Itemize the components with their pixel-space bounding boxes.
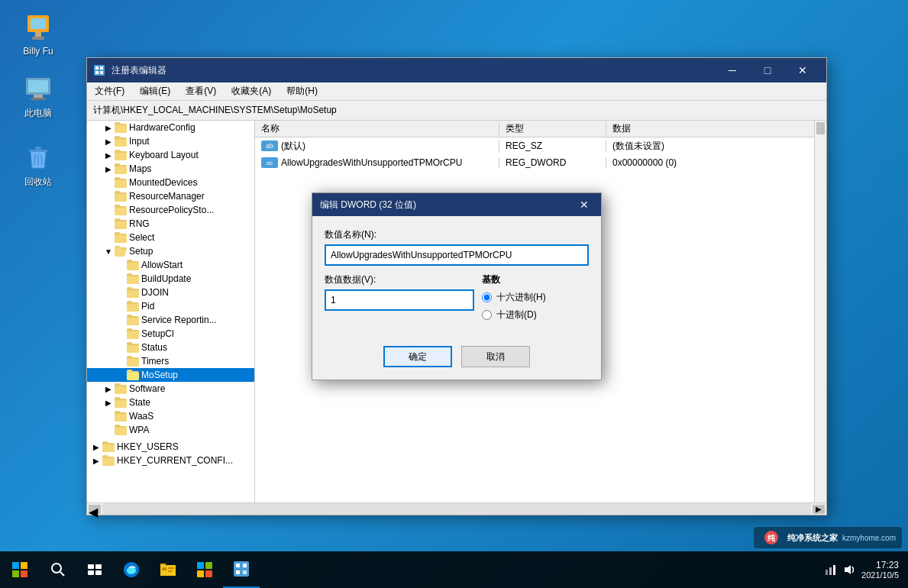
- svg-rect-5: [28, 80, 48, 92]
- svg-rect-7: [31, 98, 46, 100]
- edit-dword-dialog: 编辑 DWORD (32 位值) ✕ 数值名称(N): 数值数据(V):: [312, 192, 602, 380]
- watermark-url: kzmyhome.com: [842, 534, 896, 542]
- desktop-icon-thispc-label: 此电脑: [24, 107, 52, 120]
- svg-rect-38: [205, 570, 212, 577]
- svg-rect-46: [833, 565, 835, 575]
- search-icon: [50, 562, 66, 577]
- svg-rect-42: [236, 570, 240, 574]
- hex-radio-label[interactable]: 十六进制(H): [482, 291, 589, 304]
- windows-logo-icon: [11, 561, 29, 579]
- svg-rect-37: [197, 570, 204, 577]
- radix-label: 基数: [482, 273, 589, 286]
- explorer-icon: [159, 561, 177, 579]
- svg-line-27: [60, 572, 64, 576]
- ok-button[interactable]: 确定: [383, 346, 452, 367]
- start-button[interactable]: [0, 551, 40, 588]
- dialog-overlay: 编辑 DWORD (32 位值) ✕ 数值名称(N): 数值数据(V):: [87, 58, 826, 515]
- svg-text:纯: 纯: [767, 534, 776, 542]
- svg-rect-29: [95, 564, 102, 569]
- taskview-icon: [87, 562, 102, 577]
- svg-point-26: [52, 564, 61, 573]
- value-data-section: 数值数据(V):: [325, 273, 474, 311]
- taskbar: 17:23 2021/10/5: [0, 551, 908, 588]
- taskbar-right: 17:23 2021/10/5: [825, 560, 908, 580]
- dialog-buttons: 确定 取消: [312, 338, 601, 380]
- svg-rect-31: [95, 570, 102, 575]
- svg-rect-1: [31, 18, 46, 29]
- hex-radio[interactable]: [482, 292, 492, 302]
- dialog-close-button[interactable]: ✕: [575, 195, 593, 214]
- watermark: 纯 纯净系统之家 kzmyhome.com: [754, 527, 902, 548]
- date-display: 2021/10/5: [861, 570, 899, 580]
- cancel-button[interactable]: 取消: [461, 346, 530, 367]
- value-name-section: 数值名称(N):: [325, 228, 589, 266]
- value-data-input[interactable]: [325, 289, 474, 311]
- dec-radio[interactable]: [482, 310, 492, 320]
- taskbar-store-button[interactable]: [186, 551, 223, 588]
- regedit-window: 注册表编辑器 ─ □ ✕ 文件(F) 编辑(E) 查看(V) 收藏夹(A) 帮助…: [86, 57, 827, 515]
- taskview-button[interactable]: [76, 551, 113, 588]
- volume-icon: [843, 564, 855, 576]
- svg-rect-30: [88, 570, 94, 575]
- taskbar-explorer-button[interactable]: [150, 551, 186, 588]
- watermark-text: 纯净系统之家: [787, 532, 838, 544]
- svg-rect-43: [243, 570, 247, 574]
- time-display: 17:23: [861, 560, 899, 570]
- svg-rect-25: [21, 570, 27, 577]
- taskbar-regedit-button[interactable]: [223, 551, 260, 588]
- svg-rect-24: [12, 570, 19, 577]
- svg-rect-35: [197, 562, 204, 569]
- computer-icon: [23, 73, 53, 104]
- svg-rect-41: [243, 564, 247, 567]
- svg-rect-40: [236, 564, 240, 567]
- trash-icon: [23, 142, 53, 173]
- dialog-title-text: 编辑 DWORD (32 位值): [320, 199, 575, 212]
- radix-section: 基数 十六进制(H) 十进制(D): [482, 273, 589, 326]
- edge-icon: [122, 561, 141, 579]
- svg-rect-6: [34, 95, 43, 98]
- desktop-icon-recycle[interactable]: 回收站: [11, 137, 66, 193]
- desktop-icon-billyfu[interactable]: Billy Fu: [11, 8, 66, 61]
- desktop-icon-thispc[interactable]: 此电脑: [11, 69, 66, 124]
- taskbar-edge-button[interactable]: [113, 551, 150, 588]
- dialog-body: 数值名称(N): 数值数据(V): 基数 十六进制(H): [312, 216, 601, 338]
- svg-rect-32: [162, 567, 166, 570]
- svg-rect-44: [826, 570, 828, 575]
- value-name-label: 数值名称(N):: [325, 228, 589, 241]
- dialog-title-bar: 编辑 DWORD (32 位值) ✕: [312, 193, 601, 216]
- user-icon: [23, 12, 53, 43]
- svg-rect-23: [21, 562, 27, 569]
- svg-line-12: [41, 154, 42, 165]
- value-data-label: 数值数据(V):: [325, 273, 474, 286]
- desktop-icon-billyfu-label: Billy Fu: [23, 46, 53, 57]
- regedit-taskbar-icon: [232, 560, 250, 578]
- svg-rect-22: [12, 562, 19, 569]
- value-data-row: 数值数据(V): 基数 十六进制(H) 十进制(D): [325, 273, 589, 326]
- dec-radio-text: 十进制(D): [496, 309, 537, 321]
- svg-rect-45: [829, 567, 832, 575]
- store-icon: [195, 561, 214, 579]
- svg-rect-36: [205, 562, 212, 569]
- svg-rect-34: [168, 570, 173, 572]
- hex-radio-text: 十六进制(H): [496, 291, 546, 304]
- svg-rect-9: [35, 147, 41, 150]
- svg-rect-28: [88, 564, 94, 569]
- svg-rect-33: [168, 567, 174, 569]
- value-name-input[interactable]: [325, 244, 589, 266]
- taskbar-search-button[interactable]: [40, 551, 76, 588]
- svg-rect-3: [32, 37, 44, 40]
- clock: 17:23 2021/10/5: [861, 560, 899, 580]
- svg-line-10: [34, 154, 35, 165]
- desktop-icon-recycle-label: 回收站: [24, 176, 52, 189]
- network-icon: [825, 564, 837, 576]
- dec-radio-label[interactable]: 十进制(D): [482, 309, 589, 321]
- watermark-icon: 纯: [760, 530, 783, 545]
- svg-rect-2: [35, 32, 41, 37]
